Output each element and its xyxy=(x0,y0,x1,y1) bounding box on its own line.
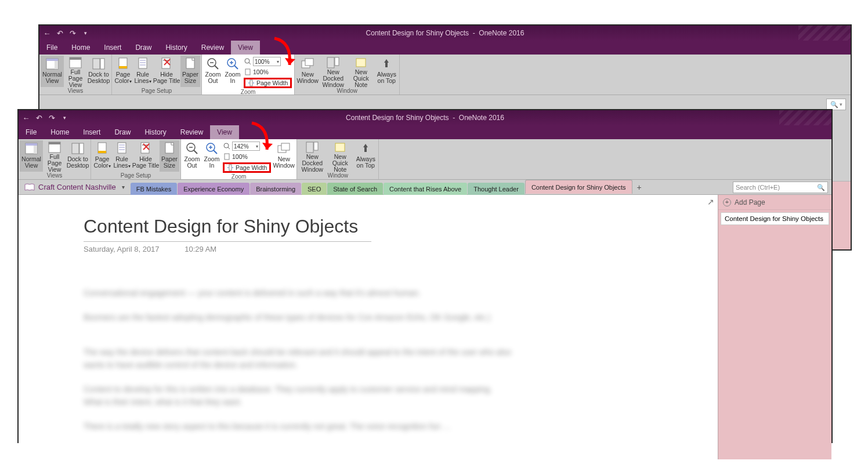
back-icon[interactable]: ← xyxy=(21,113,31,123)
section-tab[interactable]: Thought Leader xyxy=(468,183,525,195)
tab-history[interactable]: History xyxy=(138,125,173,139)
full-page-view-button[interactable]: Full Page View xyxy=(64,56,87,87)
section-tab[interactable]: FB Mistakes xyxy=(131,183,178,195)
new-docked-window-button[interactable]: New Docked Window xyxy=(298,140,326,172)
add-page-button[interactable]: + Add Page xyxy=(718,195,831,210)
blurred-content: Content to develop for this is written i… xyxy=(84,383,513,408)
notebook-selector[interactable]: Craft Content Nashville ▾ xyxy=(19,180,131,194)
chevron-down-icon[interactable]: ▾ xyxy=(277,59,279,64)
tab-review[interactable]: Review xyxy=(194,41,231,55)
page-width-button[interactable]: Page Width xyxy=(223,162,271,173)
back-icon[interactable]: ← xyxy=(42,28,52,38)
full-page-view-icon xyxy=(48,142,62,153)
title-bar: ← ↶ ↷ ▾ Content Design for Shiny Objects… xyxy=(39,26,851,41)
page-title[interactable]: Content Design for Shiny Objects xyxy=(84,216,358,237)
section-tab[interactable]: State of Search xyxy=(327,183,383,195)
svg-rect-2 xyxy=(55,61,58,69)
svg-rect-38 xyxy=(34,146,37,154)
new-window-button[interactable]: New Window xyxy=(272,140,295,172)
undo-icon[interactable]: ↶ xyxy=(34,113,44,123)
zoom-out-icon xyxy=(206,57,220,71)
page-canvas[interactable]: ↗ Content Design for Shiny Objects Satur… xyxy=(19,195,718,459)
pin-icon xyxy=(379,57,393,71)
chevron-down-icon[interactable]: ▾ xyxy=(256,144,258,149)
ribbon-group-window: New Window New Docked Window New Quick N… xyxy=(295,55,400,95)
svg-rect-69 xyxy=(306,142,313,153)
undo-icon[interactable]: ↶ xyxy=(55,28,65,38)
search-input[interactable]: Search (Ctrl+E) 🔍 xyxy=(733,182,828,193)
new-quick-note-button[interactable]: New Quick Note xyxy=(347,56,375,87)
page-width-button[interactable]: Page Width xyxy=(244,78,292,88)
svg-rect-44 xyxy=(98,151,106,153)
rule-lines-button[interactable]: Rule Lines▾ xyxy=(133,56,153,87)
new-quick-note-icon xyxy=(333,142,347,153)
ribbon-group-label: Views xyxy=(68,87,84,95)
tab-draw[interactable]: Draw xyxy=(107,125,138,139)
new-window-button[interactable]: New Window xyxy=(296,56,319,87)
page-list-item[interactable]: Content Design for Shiny Objects xyxy=(721,212,829,225)
qat-customize-icon[interactable]: ▾ xyxy=(80,28,91,38)
section-tab[interactable]: SEO xyxy=(302,183,327,195)
zoom-level-combo[interactable]: 142%▾ xyxy=(232,142,260,151)
title-bar: ← ↶ ↷ ▾ Content Design for Shiny Objects… xyxy=(19,110,831,125)
zoom-out-button[interactable]: Zoom Out xyxy=(182,140,202,172)
svg-rect-41 xyxy=(72,143,79,154)
hide-page-title-button[interactable]: Hide Page Title xyxy=(132,140,160,172)
tab-file[interactable]: File xyxy=(39,41,64,55)
page-color-button[interactable]: Page Color▾ xyxy=(92,140,112,172)
new-quick-note-button[interactable]: New Quick Note xyxy=(326,140,354,172)
always-on-top-button[interactable]: Always on Top xyxy=(375,56,398,87)
tab-insert[interactable]: Insert xyxy=(97,41,128,55)
title-underline xyxy=(84,241,371,242)
svg-rect-17 xyxy=(186,58,194,68)
normal-view-button[interactable]: Normal View xyxy=(41,56,64,87)
redo-icon[interactable]: ↷ xyxy=(46,113,57,123)
zoom-in-button[interactable]: Zoom In xyxy=(223,56,243,87)
svg-rect-32 xyxy=(305,59,313,66)
section-tab[interactable]: Experience Economy xyxy=(178,183,249,195)
rule-lines-button[interactable]: Rule Lines▾ xyxy=(112,140,132,172)
zoom-100-button[interactable]: 100% xyxy=(253,68,269,75)
hide-page-title-button[interactable]: Hide Page Title xyxy=(153,56,180,87)
page-color-button[interactable]: Page Color▾ xyxy=(113,56,133,87)
tab-view[interactable]: View xyxy=(210,125,239,139)
paper-size-button[interactable]: Paper Size xyxy=(160,140,179,172)
zoom-in-icon xyxy=(226,57,240,71)
svg-rect-28 xyxy=(250,80,252,86)
tab-review[interactable]: Review xyxy=(173,125,210,139)
zoom-level-combo[interactable]: 100%▾ xyxy=(253,57,281,66)
full-page-view-button[interactable]: Full Page View xyxy=(43,140,66,172)
paper-size-button[interactable]: Paper Size xyxy=(180,56,200,87)
normal-view-button[interactable]: Normal View xyxy=(20,140,43,172)
ribbon-group-views: Normal View Full Page View Dock to Deskt… xyxy=(19,139,91,179)
tab-draw[interactable]: Draw xyxy=(128,41,158,55)
new-docked-window-button[interactable]: New Docked Window xyxy=(319,56,347,87)
ribbon-group-label: Window xyxy=(327,172,348,180)
tab-home[interactable]: Home xyxy=(64,41,97,55)
zoom-out-button[interactable]: Zoom Out xyxy=(203,56,223,87)
always-on-top-button[interactable]: Always on Top xyxy=(354,140,377,172)
zoom-in-button[interactable]: Zoom In xyxy=(202,140,222,172)
new-quick-note-icon xyxy=(354,57,368,68)
titlebar-decoration xyxy=(779,110,831,125)
search-dropdown-peek[interactable]: 🔍▾ xyxy=(826,99,846,110)
add-section-button[interactable]: + xyxy=(633,180,646,194)
dock-to-desktop-button[interactable]: Dock to Desktop xyxy=(66,140,89,172)
dock-to-desktop-button[interactable]: Dock to Desktop xyxy=(87,56,110,87)
svg-line-62 xyxy=(228,147,230,149)
tab-insert[interactable]: Insert xyxy=(76,125,107,139)
redo-icon[interactable]: ↷ xyxy=(67,28,78,38)
tab-file[interactable]: File xyxy=(19,125,44,139)
qat-customize-icon[interactable]: ▾ xyxy=(59,113,70,123)
section-tab[interactable]: Brainstorming xyxy=(250,183,301,195)
search-icon: 🔍 xyxy=(817,184,825,191)
section-tab[interactable]: Content that Rises Above xyxy=(384,183,467,195)
chevron-down-icon[interactable]: ▾ xyxy=(122,184,125,190)
zoom-100-button[interactable]: 100% xyxy=(232,153,248,160)
tab-history[interactable]: History xyxy=(158,41,194,55)
expand-icon[interactable]: ↗ xyxy=(707,197,714,206)
section-tab-active[interactable]: Content Design for Shiny Objects xyxy=(525,180,632,194)
tab-view[interactable]: View xyxy=(231,41,260,55)
notebook-icon xyxy=(24,183,35,191)
tab-home[interactable]: Home xyxy=(44,125,76,139)
